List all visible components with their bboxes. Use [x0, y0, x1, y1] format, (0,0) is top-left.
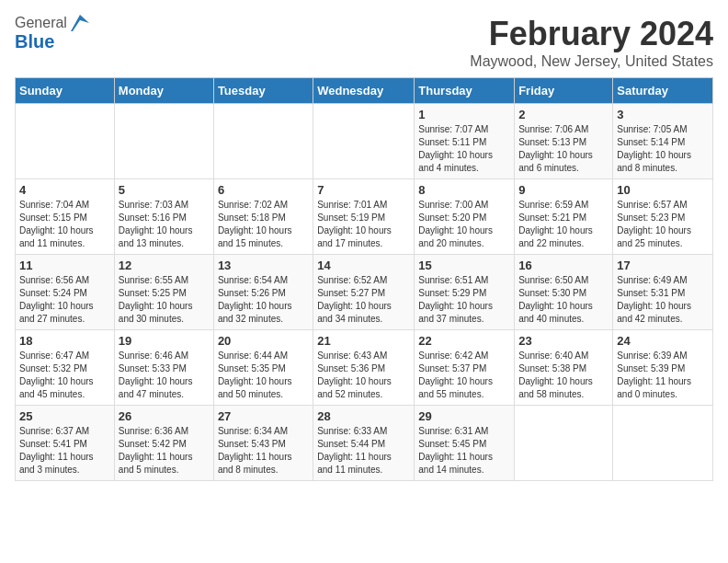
calendar-cell: 2Sunrise: 7:06 AM Sunset: 5:13 PM Daylig… — [515, 104, 613, 179]
day-number: 27 — [218, 409, 309, 423]
calendar-body: 1Sunrise: 7:07 AM Sunset: 5:11 PM Daylig… — [16, 104, 713, 481]
day-header-wednesday: Wednesday — [313, 78, 415, 104]
day-info: Sunrise: 6:36 AM Sunset: 5:42 PM Dayligh… — [119, 425, 210, 477]
day-number: 11 — [19, 259, 110, 272]
calendar-cell: 21Sunrise: 6:43 AM Sunset: 5:36 PM Dayli… — [313, 330, 415, 406]
calendar-cell: 12Sunrise: 6:55 AM Sunset: 5:25 PM Dayli… — [114, 255, 213, 330]
days-header-row: SundayMondayTuesdayWednesdayThursdayFrid… — [16, 78, 713, 104]
day-number: 12 — [119, 259, 210, 272]
day-header-tuesday: Tuesday — [213, 78, 313, 104]
day-header-sunday: Sunday — [16, 78, 115, 104]
calendar-cell: 19Sunrise: 6:46 AM Sunset: 5:33 PM Dayli… — [114, 330, 213, 406]
day-header-saturday: Saturday — [613, 78, 713, 104]
day-number: 26 — [119, 409, 210, 423]
day-number: 9 — [518, 183, 609, 197]
calendar-cell: 9Sunrise: 6:59 AM Sunset: 5:21 PM Daylig… — [515, 179, 613, 255]
calendar-cell: 28Sunrise: 6:33 AM Sunset: 5:44 PM Dayli… — [313, 406, 415, 481]
calendar-cell: 6Sunrise: 7:02 AM Sunset: 5:18 PM Daylig… — [213, 179, 313, 255]
calendar-cell: 3Sunrise: 7:05 AM Sunset: 5:14 PM Daylig… — [613, 104, 713, 179]
day-info: Sunrise: 6:33 AM Sunset: 5:44 PM Dayligh… — [317, 425, 410, 477]
day-number: 20 — [218, 334, 309, 348]
day-info: Sunrise: 6:43 AM Sunset: 5:36 PM Dayligh… — [317, 350, 410, 401]
day-number: 23 — [518, 334, 609, 348]
title-section: February 2024 Maywood, New Jersey, Unite… — [470, 15, 713, 70]
day-info: Sunrise: 6:34 AM Sunset: 5:43 PM Dayligh… — [218, 425, 309, 477]
calendar-cell: 8Sunrise: 7:00 AM Sunset: 5:20 PM Daylig… — [415, 179, 515, 255]
calendar-cell: 29Sunrise: 6:31 AM Sunset: 5:45 PM Dayli… — [415, 406, 515, 481]
calendar-week-1: 1Sunrise: 7:07 AM Sunset: 5:11 PM Daylig… — [16, 104, 713, 179]
day-info: Sunrise: 6:37 AM Sunset: 5:41 PM Dayligh… — [19, 425, 110, 477]
day-header-thursday: Thursday — [415, 78, 515, 104]
calendar-cell: 23Sunrise: 6:40 AM Sunset: 5:38 PM Dayli… — [515, 330, 613, 406]
day-info: Sunrise: 6:57 AM Sunset: 5:23 PM Dayligh… — [617, 199, 709, 250]
day-number: 1 — [418, 108, 510, 121]
day-info: Sunrise: 6:46 AM Sunset: 5:33 PM Dayligh… — [119, 350, 210, 401]
calendar-cell: 22Sunrise: 6:42 AM Sunset: 5:37 PM Dayli… — [415, 330, 515, 406]
calendar-week-2: 4Sunrise: 7:04 AM Sunset: 5:15 PM Daylig… — [16, 179, 713, 255]
calendar-cell — [114, 104, 213, 179]
calendar-cell: 7Sunrise: 7:01 AM Sunset: 5:19 PM Daylig… — [313, 179, 415, 255]
logo-general-text: General — [15, 15, 67, 31]
day-info: Sunrise: 6:50 AM Sunset: 5:30 PM Dayligh… — [518, 274, 609, 326]
calendar-cell — [213, 104, 313, 179]
calendar-cell: 14Sunrise: 6:52 AM Sunset: 5:27 PM Dayli… — [313, 255, 415, 330]
day-number: 17 — [617, 259, 709, 272]
day-number: 3 — [617, 108, 709, 121]
day-number: 18 — [19, 334, 110, 348]
day-info: Sunrise: 6:52 AM Sunset: 5:27 PM Dayligh… — [317, 274, 410, 326]
day-info: Sunrise: 6:59 AM Sunset: 5:21 PM Dayligh… — [518, 199, 609, 250]
calendar-cell: 15Sunrise: 6:51 AM Sunset: 5:29 PM Dayli… — [415, 255, 515, 330]
calendar-week-3: 11Sunrise: 6:56 AM Sunset: 5:24 PM Dayli… — [16, 255, 713, 330]
calendar-cell: 4Sunrise: 7:04 AM Sunset: 5:15 PM Daylig… — [16, 179, 115, 255]
day-number: 4 — [19, 183, 110, 197]
day-info: Sunrise: 7:00 AM Sunset: 5:20 PM Dayligh… — [418, 199, 510, 250]
day-number: 25 — [19, 409, 110, 423]
day-info: Sunrise: 6:44 AM Sunset: 5:35 PM Dayligh… — [218, 350, 309, 401]
calendar-cell: 16Sunrise: 6:50 AM Sunset: 5:30 PM Dayli… — [515, 255, 613, 330]
day-number: 8 — [418, 183, 510, 197]
calendar-cell: 25Sunrise: 6:37 AM Sunset: 5:41 PM Dayli… — [16, 406, 115, 481]
day-info: Sunrise: 7:02 AM Sunset: 5:18 PM Dayligh… — [218, 199, 309, 250]
calendar-cell: 17Sunrise: 6:49 AM Sunset: 5:31 PM Dayli… — [613, 255, 713, 330]
day-info: Sunrise: 6:42 AM Sunset: 5:37 PM Dayligh… — [418, 350, 510, 401]
day-number: 7 — [317, 183, 410, 197]
calendar-week-4: 18Sunrise: 6:47 AM Sunset: 5:32 PM Dayli… — [16, 330, 713, 406]
day-number: 5 — [119, 183, 210, 197]
subtitle: Maywood, New Jersey, United States — [470, 53, 713, 70]
day-info: Sunrise: 7:06 AM Sunset: 5:13 PM Dayligh… — [518, 123, 609, 175]
day-info: Sunrise: 7:01 AM Sunset: 5:19 PM Dayligh… — [317, 199, 410, 250]
calendar-cell: 5Sunrise: 7:03 AM Sunset: 5:16 PM Daylig… — [114, 179, 213, 255]
day-number: 24 — [617, 334, 709, 348]
day-info: Sunrise: 6:31 AM Sunset: 5:45 PM Dayligh… — [418, 425, 510, 477]
calendar-table: SundayMondayTuesdayWednesdayThursdayFrid… — [15, 77, 713, 481]
calendar-cell: 10Sunrise: 6:57 AM Sunset: 5:23 PM Dayli… — [613, 179, 713, 255]
calendar-cell: 13Sunrise: 6:54 AM Sunset: 5:26 PM Dayli… — [213, 255, 313, 330]
logo-icon — [69, 15, 89, 31]
day-header-friday: Friday — [515, 78, 613, 104]
day-number: 21 — [317, 334, 410, 348]
calendar-week-5: 25Sunrise: 6:37 AM Sunset: 5:41 PM Dayli… — [16, 406, 713, 481]
calendar-cell: 24Sunrise: 6:39 AM Sunset: 5:39 PM Dayli… — [613, 330, 713, 406]
header: General Blue February 2024 Maywood, New … — [15, 15, 713, 70]
calendar-header: SundayMondayTuesdayWednesdayThursdayFrid… — [16, 78, 713, 104]
day-info: Sunrise: 7:07 AM Sunset: 5:11 PM Dayligh… — [418, 123, 510, 175]
day-number: 15 — [418, 259, 510, 272]
calendar-cell: 27Sunrise: 6:34 AM Sunset: 5:43 PM Dayli… — [213, 406, 313, 481]
day-number: 29 — [418, 409, 510, 423]
day-info: Sunrise: 6:56 AM Sunset: 5:24 PM Dayligh… — [19, 274, 110, 326]
day-header-monday: Monday — [114, 78, 213, 104]
day-info: Sunrise: 6:54 AM Sunset: 5:26 PM Dayligh… — [218, 274, 309, 326]
day-info: Sunrise: 7:05 AM Sunset: 5:14 PM Dayligh… — [617, 123, 709, 175]
day-number: 22 — [418, 334, 510, 348]
calendar-cell — [515, 406, 613, 481]
main-title: February 2024 — [470, 15, 713, 53]
day-number: 10 — [617, 183, 709, 197]
day-number: 19 — [119, 334, 210, 348]
day-info: Sunrise: 6:40 AM Sunset: 5:38 PM Dayligh… — [518, 350, 609, 401]
day-info: Sunrise: 6:51 AM Sunset: 5:29 PM Dayligh… — [418, 274, 510, 326]
logo: General Blue — [15, 15, 89, 52]
day-number: 6 — [218, 183, 309, 197]
day-info: Sunrise: 6:47 AM Sunset: 5:32 PM Dayligh… — [19, 350, 110, 401]
day-number: 28 — [317, 409, 410, 423]
day-number: 16 — [518, 259, 609, 272]
